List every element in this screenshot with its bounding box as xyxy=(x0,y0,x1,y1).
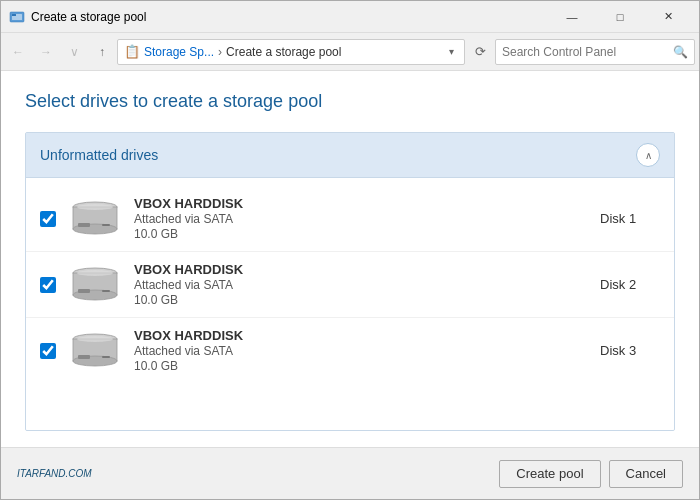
breadcrumb-parent: Storage Sp... xyxy=(144,45,214,59)
collapse-button[interactable]: ∧ xyxy=(636,143,660,167)
svg-rect-20 xyxy=(102,356,110,358)
minimize-button[interactable]: — xyxy=(549,1,595,33)
title-bar: Create a storage pool — □ ✕ xyxy=(1,1,699,33)
main-window: Create a storage pool — □ ✕ ← → ∨ ↑ 📋 St… xyxy=(0,0,700,500)
table-row: VBOX HARDDISK Attached via SATA 10.0 GB … xyxy=(26,318,674,383)
page-heading: Select drives to create a storage pool xyxy=(25,91,675,112)
down-button[interactable]: ∨ xyxy=(61,39,87,65)
drives-list: VBOX HARDDISK Attached via SATA 10.0 GB … xyxy=(26,178,674,430)
drive-1-icon xyxy=(70,200,120,238)
drive-2-size: 10.0 GB xyxy=(134,293,586,307)
footer-buttons: Create pool Cancel xyxy=(499,460,683,488)
path-icon: 📋 xyxy=(124,44,140,59)
address-bar: ← → ∨ ↑ 📋 Storage Sp... › Create a stora… xyxy=(1,33,699,71)
drives-header: Unformatted drives ∧ xyxy=(26,133,674,178)
title-controls: — □ ✕ xyxy=(549,1,691,33)
svg-rect-13 xyxy=(78,289,90,293)
svg-point-18 xyxy=(77,336,113,342)
drive-1-info: VBOX HARDDISK Attached via SATA 10.0 GB xyxy=(134,196,586,241)
table-row: VBOX HARDDISK Attached via SATA 10.0 GB … xyxy=(26,186,674,252)
svg-point-6 xyxy=(77,204,113,210)
drive-3-icon xyxy=(70,332,120,370)
forward-button[interactable]: → xyxy=(33,39,59,65)
drive-2-info: VBOX HARDDISK Attached via SATA 10.0 GB xyxy=(134,262,586,307)
drives-section: Unformatted drives ∧ xyxy=(25,132,675,431)
table-row: VBOX HARDDISK Attached via SATA 10.0 GB … xyxy=(26,252,674,318)
watermark: ITARFAND.COM xyxy=(17,468,92,479)
drive-1-checkbox[interactable] xyxy=(40,211,56,227)
drive-2-name: VBOX HARDDISK xyxy=(134,262,586,277)
search-box: 🔍 xyxy=(495,39,695,65)
drive-1-connection: Attached via SATA xyxy=(134,212,586,226)
svg-rect-7 xyxy=(78,223,90,227)
search-icon-button[interactable]: 🔍 xyxy=(673,45,688,59)
window-icon xyxy=(9,9,25,25)
drive-3-connection: Attached via SATA xyxy=(134,344,586,358)
svg-point-12 xyxy=(77,270,113,276)
back-button[interactable]: ← xyxy=(5,39,31,65)
drive-3-name: VBOX HARDDISK xyxy=(134,328,586,343)
svg-rect-14 xyxy=(102,290,110,292)
svg-rect-2 xyxy=(12,14,16,16)
refresh-button[interactable]: ⟳ xyxy=(467,39,493,65)
search-input[interactable] xyxy=(502,45,673,59)
breadcrumb-separator: › xyxy=(218,45,222,59)
cancel-button[interactable]: Cancel xyxy=(609,460,683,488)
drive-1-size: 10.0 GB xyxy=(134,227,586,241)
drive-3-label: Disk 3 xyxy=(600,343,660,358)
footer: ITARFAND.COM Create pool Cancel xyxy=(1,447,699,499)
drive-1-label: Disk 1 xyxy=(600,211,660,226)
drive-3-checkbox[interactable] xyxy=(40,343,56,359)
window-title: Create a storage pool xyxy=(31,10,549,24)
create-pool-button[interactable]: Create pool xyxy=(499,460,600,488)
drive-1-name: VBOX HARDDISK xyxy=(134,196,586,211)
drive-2-icon xyxy=(70,266,120,304)
address-path[interactable]: 📋 Storage Sp... › Create a storage pool … xyxy=(117,39,465,65)
drive-2-checkbox[interactable] xyxy=(40,277,56,293)
footer-area: ITARFAND.COM Create pool Cancel xyxy=(17,460,683,488)
breadcrumb-current: Create a storage pool xyxy=(226,45,341,59)
close-button[interactable]: ✕ xyxy=(645,1,691,33)
maximize-button[interactable]: □ xyxy=(597,1,643,33)
svg-rect-19 xyxy=(78,355,90,359)
svg-rect-8 xyxy=(102,224,110,226)
drives-header-title: Unformatted drives xyxy=(40,147,158,163)
drive-3-info: VBOX HARDDISK Attached via SATA 10.0 GB xyxy=(134,328,586,373)
main-content: Select drives to create a storage pool U… xyxy=(1,71,699,447)
path-dropdown-button[interactable]: ▾ xyxy=(445,46,458,57)
drive-2-connection: Attached via SATA xyxy=(134,278,586,292)
drive-3-size: 10.0 GB xyxy=(134,359,586,373)
up-button[interactable]: ↑ xyxy=(89,39,115,65)
drive-2-label: Disk 2 xyxy=(600,277,660,292)
